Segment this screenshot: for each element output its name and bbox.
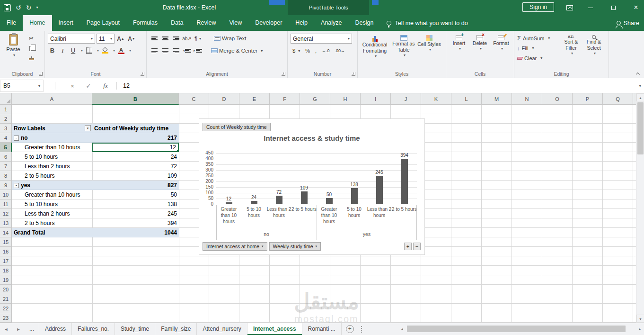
ribbon-tab-home[interactable]: Home	[23, 15, 52, 31]
ribbon-tab-developer[interactable]: Developer	[248, 15, 289, 31]
cell-B13[interactable]: 394	[92, 218, 179, 228]
column-header-K[interactable]: K	[421, 93, 451, 105]
cell-A7[interactable]: Less than 2 hours	[12, 162, 92, 171]
number-format-combo[interactable]: General▾	[291, 34, 352, 44]
tell-me-box[interactable]: Tell me what you want to do	[380, 15, 474, 31]
ribbon-tab-data[interactable]: Data	[164, 15, 190, 31]
borders-dropdown-icon[interactable]: ▾	[97, 48, 99, 53]
cell-A14[interactable]: Grand Total	[12, 228, 92, 237]
ribbon-tab-file[interactable]: File	[0, 15, 23, 31]
cell-A5[interactable]: Greater than 10 hours	[12, 143, 92, 152]
column-header-O[interactable]: O	[542, 93, 573, 105]
sheet-tab-romanti[interactable]: Romanti ...	[302, 323, 342, 335]
cancel-button[interactable]: ×	[65, 78, 79, 93]
ribbon-display-options-button[interactable]	[562, 0, 578, 15]
cell-B8[interactable]: 109	[92, 171, 179, 181]
horizontal-scrollbar[interactable]: ◄ ►	[398, 323, 644, 335]
increase-decimal-button[interactable]: ←.0	[320, 46, 332, 55]
insert-cells-button[interactable]: Insert▾	[449, 33, 469, 69]
merge-center-button[interactable]: Merge & Center▾	[210, 46, 264, 55]
column-header-G[interactable]: G	[300, 93, 330, 105]
sheet-tab-address[interactable]: Address	[39, 323, 72, 335]
clipboard-dialog-launcher[interactable]	[39, 72, 43, 76]
top-align-button[interactable]	[150, 34, 159, 43]
chart-bar[interactable]	[276, 196, 282, 204]
share-button[interactable]: Share	[617, 15, 639, 31]
underline-dropdown-icon[interactable]: ▾	[81, 48, 83, 53]
chart-title[interactable]: Internet access & study time	[199, 134, 424, 142]
chart-series-field-button[interactable]: Count of Weekly study time	[203, 123, 271, 131]
alignment-dialog-launcher[interactable]	[282, 72, 285, 76]
ribbon-tab-design[interactable]: Design	[349, 15, 380, 31]
sheet-overflow-indicator[interactable]: ...	[25, 323, 39, 335]
cell-B14[interactable]: 1044	[92, 228, 179, 237]
row-header-17[interactable]: 17	[0, 256, 12, 266]
cell-A4[interactable]: -no	[12, 133, 92, 143]
collapse-field-button[interactable]: −	[413, 243, 421, 250]
middle-align-button[interactable]	[160, 34, 170, 43]
column-header-E[interactable]: E	[239, 93, 270, 105]
cell-B4[interactable]: 217	[92, 133, 179, 143]
clear-button[interactable]: Clear▾	[517, 54, 550, 63]
sheet-tab-internet-access[interactable]: Internet_access	[247, 323, 302, 335]
row-header-15[interactable]: 15	[0, 237, 12, 247]
row-header-6[interactable]: 6	[0, 152, 12, 162]
comma-style-button[interactable]: ,	[313, 46, 318, 55]
borders-button[interactable]	[84, 46, 94, 55]
formula-bar-value[interactable]: 12	[123, 78, 130, 93]
chart-bar[interactable]	[376, 176, 383, 204]
chart-bar[interactable]	[401, 159, 408, 204]
ribbon-tab-review[interactable]: Review	[190, 15, 222, 31]
fill-button[interactable]: ↓Fill▾	[517, 44, 550, 53]
cell-A6[interactable]: 5 to 10 hours	[12, 152, 92, 162]
row-header-21[interactable]: 21	[0, 294, 12, 304]
cell-A9[interactable]: -yes	[12, 181, 92, 190]
column-header-F[interactable]: F	[270, 93, 300, 105]
ribbon-tab-formulas[interactable]: Formulas	[126, 15, 164, 31]
font-name-combo[interactable]: Calibri▾	[48, 34, 95, 44]
fill-color-dropdown-icon[interactable]: ▾	[113, 48, 115, 53]
insert-function-button[interactable]: fx	[98, 78, 113, 93]
fill-handle[interactable]	[176, 150, 179, 152]
chart-axis-field-button-internet-access-at-home[interactable]: Internet access at home▾	[203, 242, 267, 251]
select-all-corner[interactable]	[0, 93, 12, 105]
row-header-11[interactable]: 11	[0, 199, 12, 209]
column-header-H[interactable]: H	[330, 93, 361, 105]
align-left-button[interactable]	[150, 46, 159, 55]
cell-B3[interactable]: Count of Weekly study time	[92, 124, 179, 133]
row-header-18[interactable]: 18	[0, 266, 12, 275]
row-labels-filter-button[interactable]: ▼	[85, 125, 91, 131]
column-header-N[interactable]: N	[512, 93, 542, 105]
format-painter-button[interactable]	[26, 54, 36, 63]
column-header-P[interactable]: P	[573, 93, 603, 105]
font-size-combo[interactable]: 11▾	[97, 34, 115, 44]
wrap-text-button[interactable]: Wrap Text	[212, 34, 247, 43]
ribbon-tab-help[interactable]: Help	[289, 15, 314, 31]
sheet-nav-right-icon[interactable]: ►	[12, 323, 25, 335]
column-header-Q[interactable]: Q	[603, 93, 633, 105]
copy-button[interactable]	[26, 44, 36, 53]
column-header-L[interactable]: L	[451, 93, 482, 105]
new-sheet-button[interactable]: +	[346, 325, 354, 333]
cell-B9[interactable]: 827	[92, 181, 179, 190]
ribbon-tab-insert[interactable]: Insert	[52, 15, 80, 31]
sheet-tab-attend-nursery[interactable]: Attend_nursery	[197, 323, 247, 335]
save-icon[interactable]	[4, 4, 11, 11]
row-header-2[interactable]: 2	[0, 114, 12, 124]
pivot-chart[interactable]: Count of Weekly study time Internet acce…	[199, 118, 425, 255]
cell-B10[interactable]: 50	[92, 190, 179, 199]
ribbon-tab-analyze[interactable]: Analyze	[314, 15, 348, 31]
row-header-22[interactable]: 22	[0, 304, 12, 313]
maximize-button[interactable]	[605, 0, 621, 15]
scroll-down-icon[interactable]: ▼	[636, 315, 644, 323]
chart-axis-field-button-weekly-study-time[interactable]: Weekly study time▾	[269, 242, 321, 251]
row-header-13[interactable]: 13	[0, 218, 12, 228]
vertical-scroll-thumb[interactable]	[637, 102, 644, 154]
text-direction-button[interactable]: ¶▾	[193, 34, 203, 43]
expand-field-button[interactable]: +	[404, 243, 412, 250]
align-right-button[interactable]	[171, 46, 181, 55]
row-header-8[interactable]: 8	[0, 171, 12, 181]
cell-A3[interactable]: Row Labels▼	[12, 124, 92, 133]
column-header-J[interactable]: J	[391, 93, 421, 105]
format-cells-button[interactable]: Format▾	[491, 33, 512, 69]
